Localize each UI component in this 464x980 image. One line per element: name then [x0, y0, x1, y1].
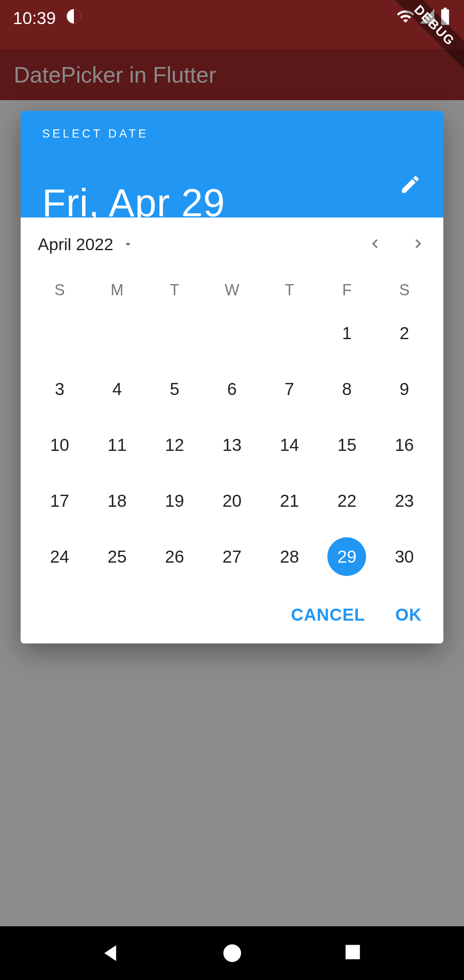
status-time: 10:39	[13, 9, 56, 28]
next-month-button[interactable]	[400, 226, 437, 263]
ok-button[interactable]: OK	[395, 605, 422, 625]
weekday-label: T	[146, 281, 203, 299]
calendar-day[interactable]: 21	[261, 473, 318, 529]
calendar-day[interactable]: 29	[318, 529, 376, 585]
calendar-blank	[89, 305, 146, 361]
weekday-label: M	[89, 281, 146, 299]
chevron-left-icon	[366, 235, 384, 254]
svg-rect-4	[346, 945, 360, 959]
weekday-label: F	[318, 281, 376, 299]
notification-icon	[65, 8, 82, 29]
calendar-grid: 1234567891011121314151617181920212223242…	[21, 301, 443, 586]
previous-month-button[interactable]	[357, 226, 394, 263]
weekday-label: W	[203, 281, 261, 299]
pencil-icon	[399, 173, 421, 197]
recents-button[interactable]	[342, 941, 366, 965]
calendar-day[interactable]: 26	[146, 529, 203, 585]
month-navigator: April 2022	[21, 217, 443, 272]
date-picker-header: SELECT DATE Fri, Apr 29	[21, 111, 443, 217]
calendar-day[interactable]: 9	[375, 361, 433, 417]
dialog-actions: CANCEL OK	[21, 592, 443, 643]
calendar-blank	[261, 305, 318, 361]
calendar-day[interactable]: 17	[31, 473, 89, 529]
back-button[interactable]	[98, 941, 122, 965]
calendar-day[interactable]: 14	[261, 417, 318, 473]
date-picker-dialog: SELECT DATE Fri, Apr 29 April 2022 SMTWT…	[21, 111, 443, 643]
calendar-day[interactable]: 6	[203, 361, 261, 417]
calendar-day[interactable]: 24	[31, 529, 89, 585]
weekday-label: T	[261, 281, 318, 299]
calendar-day[interactable]: 2	[375, 305, 433, 361]
calendar-day[interactable]: 8	[318, 361, 376, 417]
calendar-day[interactable]: 10	[31, 417, 89, 473]
calendar-blank	[31, 305, 89, 361]
weekday-label: S	[31, 281, 89, 299]
calendar-day[interactable]: 1	[318, 305, 376, 361]
calendar-day[interactable]: 30	[375, 529, 433, 585]
select-date-label: SELECT DATE	[42, 127, 422, 141]
dropdown-icon	[122, 235, 134, 254]
calendar-day[interactable]: 11	[89, 417, 146, 473]
svg-rect-2	[443, 8, 446, 10]
calendar-day[interactable]: 27	[203, 529, 261, 585]
calendar-blank	[146, 305, 203, 361]
status-bar: 10:39	[0, 0, 464, 49]
weekday-label: S	[375, 281, 433, 299]
svg-point-3	[223, 944, 241, 962]
edit-date-button[interactable]	[397, 172, 424, 199]
calendar-day[interactable]: 18	[89, 473, 146, 529]
calendar-day[interactable]: 12	[146, 417, 203, 473]
calendar-day[interactable]: 23	[375, 473, 433, 529]
calendar-day[interactable]: 19	[146, 473, 203, 529]
month-selector[interactable]: April 2022	[38, 235, 357, 254]
calendar-day[interactable]: 7	[261, 361, 318, 417]
chevron-right-icon	[409, 235, 427, 254]
calendar-day[interactable]: 20	[203, 473, 261, 529]
selected-date-headline: Fri, Apr 29	[42, 181, 422, 225]
calendar-day[interactable]: 22	[318, 473, 376, 529]
calendar-day[interactable]: 5	[146, 361, 203, 417]
cancel-button[interactable]: CANCEL	[291, 605, 365, 625]
calendar-blank	[203, 305, 261, 361]
calendar-day[interactable]: 25	[89, 529, 146, 585]
home-button[interactable]	[220, 941, 244, 965]
calendar-day[interactable]: 13	[203, 417, 261, 473]
month-year-label: April 2022	[38, 235, 113, 254]
calendar-day[interactable]: 15	[318, 417, 376, 473]
system-nav-bar	[0, 926, 464, 980]
calendar-day[interactable]: 3	[31, 361, 89, 417]
weekday-header: SMTWTFS	[21, 272, 443, 301]
calendar-day[interactable]: 4	[89, 361, 146, 417]
calendar-day[interactable]: 16	[375, 417, 433, 473]
calendar-day[interactable]: 28	[261, 529, 318, 585]
